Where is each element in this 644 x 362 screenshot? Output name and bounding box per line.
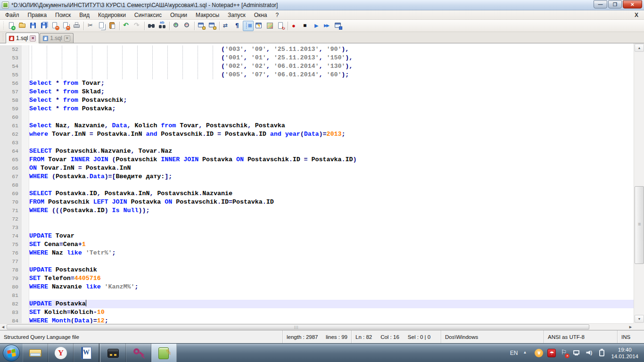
close-button[interactable]: ✕ [623,0,642,8]
code-line-72[interactable]: 72 [0,215,634,223]
clipboard-plug-icon[interactable] [598,349,607,357]
code-line-70[interactable]: 70FROM Postavschik LEFT JOIN Postavka ON… [0,198,634,206]
network-icon[interactable] [573,349,581,357]
find-button[interactable] [146,21,157,31]
restore-button[interactable]: ❐ [608,0,622,8]
status-insert-mode[interactable]: INS [618,330,644,343]
taskbar-clock[interactable]: 19:40 14.01.2014 [611,346,639,360]
action-center-flag-icon[interactable] [560,349,569,357]
horizontal-scrollbar[interactable]: ◀ ▶ [0,323,634,330]
volume-icon[interactable] [586,349,594,357]
undo-button[interactable] [121,21,132,31]
status-eol-format[interactable]: Dos\Windows [441,330,544,343]
code-line-77[interactable]: 77 [0,257,634,266]
close-file-button[interactable] [50,21,60,31]
horizontal-scroll-thumb[interactable] [7,324,589,329]
code-line-74[interactable]: 74UPDATE Tovar [0,232,634,240]
tab-close-icon[interactable]: ✕ [64,35,70,41]
code-line-64[interactable]: 64SELECT Postavschik.Nazvanie, Tovar.Naz [0,147,634,156]
replace-button[interactable] [157,21,168,31]
zoom-out-button[interactable] [182,21,193,31]
new-file-button[interactable] [6,21,17,31]
macro-stop-button[interactable] [300,21,311,31]
menu-item-7[interactable]: Макросы [191,11,223,19]
code-line-69[interactable]: 69SELECT Postavka.ID, Postavka.InN, Post… [0,189,634,198]
code-line-84[interactable]: 84WHERE Month(Data)=12; [0,317,634,323]
code-line-57[interactable]: 57Select * from Sklad; [0,88,634,96]
code-line-79[interactable]: 79SET Telefon=4405716 [0,274,634,283]
scroll-left-arrow[interactable]: ◀ [0,324,6,330]
menu-item-1[interactable]: Правка [24,11,51,19]
vertical-scrollbar[interactable]: ▲ ▼ [634,43,644,323]
start-button[interactable] [0,344,23,362]
language-indicator[interactable]: EN [510,350,518,356]
taskbar-yandex-browser-button[interactable] [48,344,74,362]
document-map-button[interactable] [264,21,275,31]
menu-item-0[interactable]: Файл [1,11,24,19]
taskbar-notepad-plus-plus-button[interactable] [151,344,177,362]
status-encoding[interactable]: ANSI as UTF-8 [544,330,618,343]
minimize-button[interactable]: — [594,0,607,8]
scroll-right-arrow[interactable]: ▶ [627,324,634,330]
code-line-71[interactable]: 71WHERE (((Postavka.ID) Is Null)); [0,206,634,215]
menu-item-10[interactable]: ? [272,11,283,19]
zoom-in-button[interactable] [171,21,182,31]
taskbar-word-button[interactable] [74,344,99,362]
redo-button[interactable] [132,21,143,31]
code-line-82[interactable]: 82UPDATE Postavka [0,300,634,308]
open-file-button[interactable] [17,21,28,31]
code-line-68[interactable]: 68 [0,181,634,189]
code-line-80[interactable]: 80WHERE Nazvanie like 'KanzM%'; [0,283,634,291]
macro-playback-button[interactable] [311,21,322,31]
update-notifier-icon[interactable] [535,349,543,357]
code-line-73[interactable]: 73 [0,223,634,232]
close-all-button[interactable] [60,21,71,31]
show-indent-guide-button[interactable] [243,21,254,31]
code-line-55[interactable]: 55 ('005', '07', '06.01.2014', '60'); [0,71,634,79]
taskbar-app-device-button[interactable] [100,344,126,362]
doc-switcher-button[interactable] [275,21,286,31]
code-line-81[interactable]: 81 [0,291,634,300]
save-all-button[interactable] [39,21,50,31]
menu-item-6[interactable]: Опции [166,11,191,19]
menu-item-5[interactable]: Синтаксис [130,11,166,19]
code-line-58[interactable]: 58Select * from Postavschik; [0,96,634,105]
save-file-button[interactable] [28,21,39,31]
macro-run-multiple-button[interactable] [322,21,333,31]
menu-close-document[interactable]: X [635,12,644,18]
menu-item-8[interactable]: Запуск [223,11,250,19]
menu-item-9[interactable]: Окна [250,11,272,19]
code-line-83[interactable]: 83SET Kolich=Kolich-10 [0,308,634,317]
code-line-76[interactable]: 76WHERE Naz like 'Tetr%'; [0,249,634,257]
code-line-61[interactable]: 61Select Naz, Nazvanie, Data, Kolich fro… [0,122,634,130]
scroll-down-arrow[interactable]: ▼ [635,315,644,323]
code-line-75[interactable]: 75SET Cena=Cena+1 [0,240,634,249]
code-line-56[interactable]: 56Select * from Tovar; [0,79,634,88]
taskbar-explorer-button[interactable] [23,344,48,362]
code-line-65[interactable]: 65FROM Tovar INNER JOIN (Postavschik INN… [0,156,634,164]
tab-1.sql-2[interactable]: 1.sql✕ [40,33,73,43]
paste-button[interactable] [107,21,118,31]
code-line-59[interactable]: 59Select * from Postavka; [0,105,634,113]
code-line-54[interactable]: 54 ('002', '02', '06.01.2014', '130'), [0,62,634,71]
code-line-63[interactable]: 63 [0,139,634,147]
vertical-scroll-thumb[interactable] [635,186,644,264]
code-line-78[interactable]: 78UPDATE Postavschik [0,266,634,274]
code-area[interactable]: 52 ('003', '09', '25.11.2013', '90'),53 … [0,43,634,323]
code-line-62[interactable]: 62where Tovar.InN = Postavka.InN and Pos… [0,130,634,139]
code-line-60[interactable]: 60 [0,113,634,122]
word-wrap-button[interactable] [221,21,232,31]
menu-item-3[interactable]: Вид [75,11,94,19]
code-line-66[interactable]: 66ON Tovar.InN = Postavka.InN [0,164,634,173]
tab-1.sql-1[interactable]: 1.sql✕ [6,33,39,43]
macro-record-button[interactable] [289,21,300,31]
sync-vertical-scroll-button[interactable] [196,21,207,31]
copy-button[interactable] [96,21,107,31]
show-all-characters-button[interactable] [232,21,243,31]
code-line-52[interactable]: 52 ('003', '09', '25.11.2013', '90'), [0,45,634,54]
code-line-67[interactable]: 67WHERE (Postavka.Data)=[Введите дату:]; [0,173,634,181]
menu-item-2[interactable]: Поиск [51,11,75,19]
avira-antivirus-icon[interactable] [547,349,556,357]
macro-save-button[interactable] [333,21,344,31]
sync-horizontal-scroll-button[interactable] [207,21,218,31]
